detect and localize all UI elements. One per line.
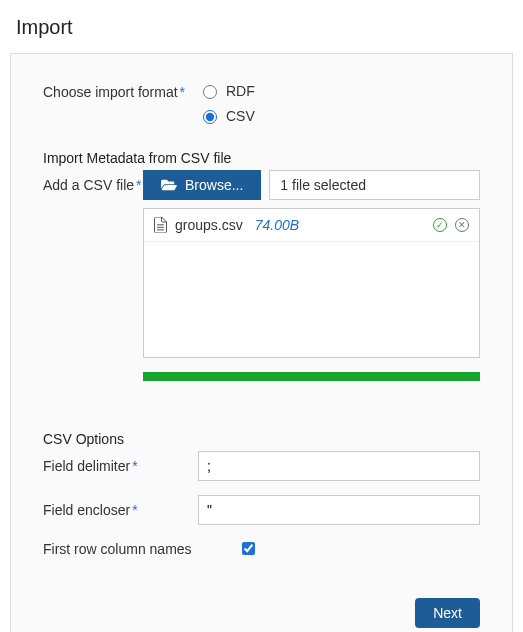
- remove-file-icon[interactable]: ✕: [455, 218, 469, 232]
- file-list: groups.csv 74.00B ✓ ✕: [143, 208, 480, 358]
- add-file-label: Add a CSV file*: [43, 177, 143, 193]
- check-circle-icon: ✓: [433, 218, 447, 232]
- format-label: Choose import format*: [43, 82, 198, 100]
- required-marker: *: [132, 458, 137, 474]
- encloser-label: Field encloser*: [43, 502, 198, 518]
- format-radio-csv[interactable]: [203, 110, 217, 124]
- folder-open-icon: [161, 178, 177, 192]
- format-row: Choose import format* RDF CSV: [43, 82, 480, 132]
- first-row-label: First row column names: [43, 541, 218, 557]
- import-panel: Choose import format* RDF CSV Import Met…: [10, 53, 513, 632]
- required-marker: *: [132, 502, 137, 518]
- first-row-checkbox[interactable]: [242, 542, 255, 555]
- required-marker: *: [180, 84, 185, 100]
- format-option-rdf[interactable]: RDF: [198, 82, 480, 99]
- encloser-input[interactable]: [198, 495, 480, 525]
- first-row-row: First row column names: [43, 539, 480, 558]
- csv-options-heading: CSV Options: [43, 431, 480, 447]
- file-status-text: 1 file selected: [269, 170, 480, 200]
- add-file-row: Add a CSV file* Browse... 1 file selecte…: [43, 170, 480, 200]
- browse-button[interactable]: Browse...: [143, 170, 261, 200]
- delimiter-row: Field delimiter*: [43, 451, 480, 481]
- format-option-csv[interactable]: CSV: [198, 107, 480, 124]
- file-icon: [154, 217, 167, 233]
- browse-button-label: Browse...: [185, 177, 243, 193]
- format-radio-rdf[interactable]: [203, 85, 217, 99]
- file-size: 74.00B: [255, 217, 299, 233]
- next-button[interactable]: Next: [415, 598, 480, 628]
- page-title: Import: [16, 16, 513, 39]
- file-name: groups.csv: [175, 217, 243, 233]
- required-marker: *: [136, 177, 141, 193]
- delimiter-label: Field delimiter*: [43, 458, 198, 474]
- encloser-row: Field encloser*: [43, 495, 480, 525]
- delimiter-input[interactable]: [198, 451, 480, 481]
- metadata-heading: Import Metadata from CSV file: [43, 150, 480, 166]
- file-item: groups.csv 74.00B ✓ ✕: [144, 209, 479, 242]
- upload-progress-bar: [143, 372, 480, 381]
